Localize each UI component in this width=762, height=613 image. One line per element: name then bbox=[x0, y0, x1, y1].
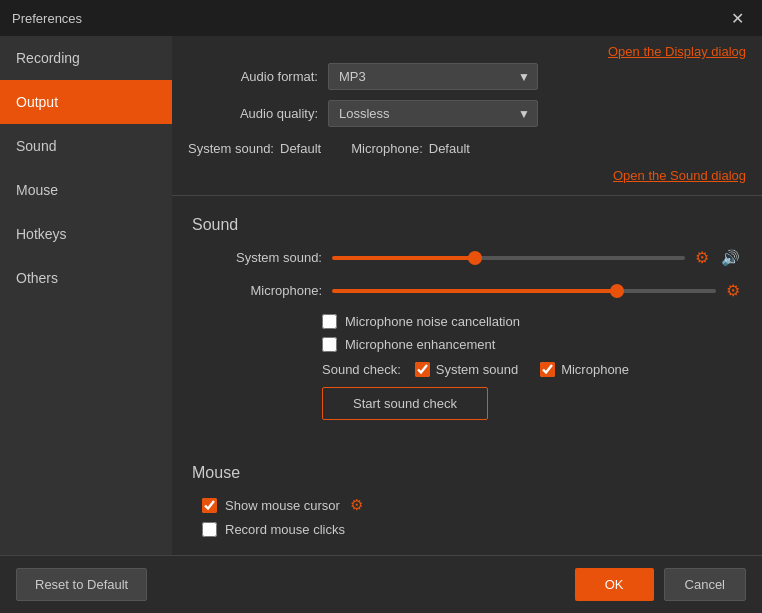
microphone-info-value: Default bbox=[429, 141, 470, 156]
cancel-button[interactable]: Cancel bbox=[664, 568, 746, 601]
main-content: Recording Output Sound Mouse Hotkeys Oth… bbox=[0, 36, 762, 555]
open-sound-dialog-link[interactable]: Open the Sound dialog bbox=[172, 160, 762, 187]
microphone-check-checkbox[interactable] bbox=[540, 362, 555, 377]
sound-section: Sound System sound: ⚙ 🔊 Microphone: ⚙ bbox=[172, 204, 762, 442]
show-mouse-cursor-settings-icon[interactable]: ⚙ bbox=[348, 496, 365, 514]
sidebar-item-output[interactable]: Output bbox=[0, 80, 172, 124]
sidebar-item-sound[interactable]: Sound bbox=[0, 124, 172, 168]
audio-quality-row: Audio quality: Lossless High Medium Low … bbox=[172, 100, 762, 127]
sound-section-title: Sound bbox=[192, 216, 742, 234]
sidebar-item-hotkeys[interactable]: Hotkeys bbox=[0, 212, 172, 256]
system-sound-info-label: System sound: bbox=[188, 141, 274, 156]
system-sound-slider-container: ⚙ 🔊 bbox=[332, 248, 742, 267]
system-sound-slider-row: System sound: ⚙ 🔊 bbox=[192, 248, 742, 267]
system-sound-slider-label: System sound: bbox=[192, 250, 322, 265]
audio-quality-label: Audio quality: bbox=[188, 106, 318, 121]
footer: Reset to Default OK Cancel bbox=[0, 555, 762, 613]
show-mouse-cursor-row: Show mouse cursor ⚙ bbox=[192, 496, 742, 514]
title-bar: Preferences ✕ bbox=[0, 0, 762, 36]
record-mouse-clicks-row: Record mouse clicks bbox=[192, 522, 742, 537]
audio-format-select[interactable]: MP3 AAC OGG WMA bbox=[328, 63, 538, 90]
microphone-slider[interactable] bbox=[332, 289, 716, 293]
system-sound-check-group: System sound bbox=[415, 362, 518, 377]
audio-quality-select[interactable]: Lossless High Medium Low bbox=[328, 100, 538, 127]
microphone-settings-icon[interactable]: ⚙ bbox=[724, 281, 742, 300]
noise-cancellation-label[interactable]: Microphone noise cancellation bbox=[345, 314, 520, 329]
noise-cancellation-checkbox[interactable] bbox=[322, 314, 337, 329]
preferences-dialog: Preferences ✕ Recording Output Sound Mou… bbox=[0, 0, 762, 613]
reset-to-default-button[interactable]: Reset to Default bbox=[16, 568, 147, 601]
system-sound-speaker-icon[interactable]: 🔊 bbox=[719, 249, 742, 267]
show-mouse-cursor-checkbox[interactable] bbox=[202, 498, 217, 513]
sound-info-row: System sound: Default Microphone: Defaul… bbox=[172, 137, 762, 160]
show-mouse-cursor-label[interactable]: Show mouse cursor bbox=[225, 498, 340, 513]
audio-quality-select-wrapper: Lossless High Medium Low ▼ bbox=[328, 100, 538, 127]
system-sound-check-label[interactable]: System sound bbox=[436, 362, 518, 377]
audio-format-row: Audio format: MP3 AAC OGG WMA ▼ bbox=[172, 63, 762, 90]
sound-check-label: Sound check: bbox=[322, 362, 401, 377]
close-button[interactable]: ✕ bbox=[725, 7, 750, 30]
sidebar-item-recording[interactable]: Recording bbox=[0, 36, 172, 80]
sound-check-row: Sound check: System sound Microphone bbox=[192, 362, 742, 377]
system-sound-info-value: Default bbox=[280, 141, 321, 156]
sidebar: Recording Output Sound Mouse Hotkeys Oth… bbox=[0, 36, 172, 555]
microphone-info-label: Microphone: bbox=[351, 141, 423, 156]
divider-1 bbox=[172, 195, 762, 196]
microphone-slider-row: Microphone: ⚙ bbox=[192, 281, 742, 300]
microphone-slider-container: ⚙ bbox=[332, 281, 742, 300]
microphone-enhancement-checkbox[interactable] bbox=[322, 337, 337, 352]
microphone-info: Microphone: Default bbox=[351, 141, 470, 156]
record-mouse-clicks-checkbox[interactable] bbox=[202, 522, 217, 537]
system-sound-slider[interactable] bbox=[332, 256, 685, 260]
audio-format-label: Audio format: bbox=[188, 69, 318, 84]
open-display-dialog-link[interactable]: Open the Display dialog bbox=[172, 36, 762, 63]
system-sound-info: System sound: Default bbox=[188, 141, 321, 156]
noise-cancellation-row: Microphone noise cancellation bbox=[192, 314, 742, 329]
audio-format-select-wrapper: MP3 AAC OGG WMA ▼ bbox=[328, 63, 538, 90]
footer-right: OK Cancel bbox=[575, 568, 746, 601]
sidebar-item-mouse[interactable]: Mouse bbox=[0, 168, 172, 212]
microphone-enhancement-row: Microphone enhancement bbox=[192, 337, 742, 352]
microphone-slider-label: Microphone: bbox=[192, 283, 322, 298]
mouse-section-title: Mouse bbox=[192, 464, 742, 482]
record-mouse-clicks-label[interactable]: Record mouse clicks bbox=[225, 522, 345, 537]
microphone-enhancement-label[interactable]: Microphone enhancement bbox=[345, 337, 495, 352]
mouse-section: Mouse Show mouse cursor ⚙ Record mouse c… bbox=[172, 452, 762, 555]
system-sound-check-checkbox[interactable] bbox=[415, 362, 430, 377]
system-sound-settings-icon[interactable]: ⚙ bbox=[693, 248, 711, 267]
start-sound-check-button[interactable]: Start sound check bbox=[322, 387, 488, 420]
content-area: Open the Display dialog Audio format: MP… bbox=[172, 36, 762, 555]
microphone-check-group: Microphone bbox=[540, 362, 629, 377]
sidebar-item-others[interactable]: Others bbox=[0, 256, 172, 300]
ok-button[interactable]: OK bbox=[575, 568, 654, 601]
dialog-title: Preferences bbox=[12, 11, 82, 26]
microphone-check-label[interactable]: Microphone bbox=[561, 362, 629, 377]
